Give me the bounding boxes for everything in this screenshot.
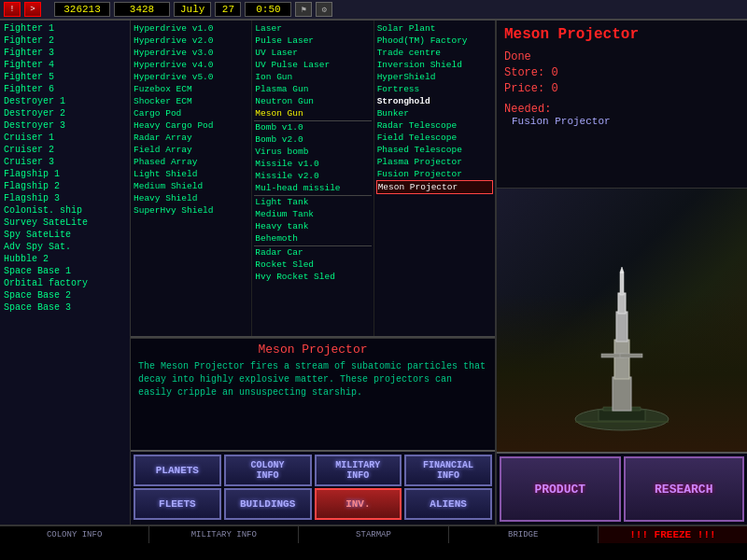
ship-item[interactable]: Flagship 2 [2,180,128,192]
statusbar-bridge[interactable]: BRIDGE [449,526,599,543]
svg-rect-7 [620,273,624,295]
equip-item[interactable]: Field Array [133,144,249,156]
equip-item[interactable]: Hyperdrive v1.0 [133,22,249,35]
equip-item[interactable]: Heavy tank [254,220,371,232]
equip-item[interactable]: Bomb v1.0 [254,120,371,133]
ship-item[interactable]: Fighter 1 [2,22,128,35]
ship-item[interactable]: Space Base 1 [2,265,128,277]
military-info-button[interactable]: MILITARYINFO [315,455,402,486]
equip-item[interactable]: Field Telescope [376,132,493,144]
equip-item[interactable]: Hvy Rocket Sled [254,271,371,283]
equip-item[interactable]: Light Shield [133,168,249,180]
meson-projector-image [566,265,678,433]
equip-item[interactable]: Neutron Gun [254,95,371,107]
equip-item[interactable]: Stronghold [376,95,493,107]
research-button[interactable]: RESEARCH [624,456,745,522]
equip-item[interactable]: Radar Car [254,245,371,259]
ship-item[interactable]: Cruiser 1 [2,132,128,144]
planets-button[interactable]: PLANETS [134,455,221,486]
equip-item[interactable]: Heavy Cargo Pod [133,119,249,132]
ship-item[interactable]: Flagship 1 [2,168,128,180]
equip-item[interactable]: Radar Telescope [376,119,493,132]
equip-item[interactable]: Behemoth [254,232,371,245]
ship-item[interactable]: Fighter 4 [2,59,128,71]
equip-item[interactable]: Inversion Shield [376,59,493,71]
ship-item[interactable]: Fighter 6 [2,83,128,95]
ship-item[interactable]: Survey SateLite [2,217,128,229]
equip-item[interactable]: Solar Plant [376,22,493,35]
equip-item[interactable]: Phased Array [133,156,249,168]
equip-item[interactable]: HyperShield [376,71,493,83]
equip-item[interactable]: Medium Tank [254,208,371,220]
equip-item[interactable]: Missile v1.0 [254,158,371,170]
product-button[interactable]: PRODUCT [500,456,621,522]
fleets-button[interactable]: FLEETS [134,488,221,520]
ship-item[interactable]: Colonist. ship [2,204,128,217]
equip-item[interactable]: Phased Telescope [376,144,493,156]
equip-item[interactable]: Plasma Gun [254,83,371,95]
ship-item[interactable]: Hubble 2 [2,253,128,265]
equip-item[interactable]: SuperHvy Shield [133,204,249,217]
inv-button[interactable]: INV. [315,488,402,520]
equip-item[interactable]: Hyperdrive v3.0 [133,47,249,59]
equip-item[interactable]: Hyperdrive v2.0 [133,35,249,47]
equip-item[interactable]: Shocker ECM [133,95,249,107]
equip-item[interactable]: Cargo Pod [133,107,249,119]
statusbar-military-info[interactable]: MILITARY INFO [149,526,299,543]
equip-item[interactable]: Bunker [376,107,493,119]
equip-item[interactable]: Plasma Projector [376,156,493,168]
statusbar-colony-info[interactable]: COLONY INFO [0,526,149,543]
equip-item[interactable]: Hyperdrive v5.0 [133,71,249,83]
equip-item[interactable]: Bomb v2.0 [254,133,371,146]
equip-item[interactable]: Laser [254,22,371,35]
equip-item[interactable]: Radar Array [133,132,249,144]
ship-item[interactable]: Destroyer 3 [2,119,128,132]
equip-item[interactable]: UV Laser [254,47,371,59]
ship-item[interactable]: Flagship 3 [2,192,128,204]
equip-item[interactable]: Light Tank [254,195,371,208]
ship-item[interactable]: Fighter 3 [2,47,128,59]
equip-item[interactable]: Trade centre [376,47,493,59]
equip-item[interactable]: Ion Gun [254,71,371,83]
svg-rect-10 [620,354,642,357]
equip-item[interactable]: Rocket Sled [254,259,371,271]
financial-info-button[interactable]: FINANCIALINFO [404,455,492,486]
buildings-button[interactable]: BUILDINGS [224,488,312,520]
equip-col-3: Solar Plant Phood(TM) Factory Trade cent… [374,21,495,336]
fleet-icon[interactable]: ⚑ [295,2,312,17]
aliens-button[interactable]: ALIENS [404,488,492,520]
statusbar-starmap[interactable]: STARMAP [299,526,448,543]
equip-item[interactable]: UV Pulse Laser [254,59,371,71]
ship-item[interactable]: Orbital factory [2,277,128,289]
svg-rect-4 [614,340,629,379]
ship-item[interactable]: Space Base 3 [2,301,128,314]
equipment-area: Hyperdrive v1.0 Hyperdrive v2.0 Hyperdri… [131,21,495,338]
equip-item[interactable]: Fusion Projector [376,168,493,180]
equip-item-meson-projector[interactable]: Meson Projector [376,180,493,194]
alert-btn[interactable]: ! [4,2,21,17]
ship-item[interactable]: Spy SateLite [2,229,128,241]
equip-item[interactable]: Heavy Shield [133,192,249,204]
ship-item[interactable]: Space Base 2 [2,289,128,301]
ship-item[interactable]: Cruiser 2 [2,144,128,156]
equip-item[interactable]: Medium Shield [133,180,249,192]
play-btn[interactable]: > [24,2,41,17]
equip-item[interactable]: Pulse Laser [254,35,371,47]
statusbar: COLONY INFO MILITARY INFO STARMAP BRIDGE… [0,525,747,543]
equip-item[interactable]: Phood(TM) Factory [376,35,493,47]
equip-item-meson-gun[interactable]: Meson Gun [254,107,371,119]
equip-item[interactable]: Virus bomb [254,146,371,158]
ship-item[interactable]: Cruiser 3 [2,156,128,168]
ship-item[interactable]: Destroyer 1 [2,95,128,107]
settings-icon[interactable]: ⚙ [316,2,332,17]
equip-item[interactable]: Fuzebox ECM [133,83,249,95]
colony-info-button[interactable]: COLONYINFO [224,455,312,486]
ship-item[interactable]: Fighter 5 [2,71,128,83]
ship-item[interactable]: Adv Spy Sat. [2,241,128,253]
equip-item[interactable]: Fortress [376,83,493,95]
equip-item[interactable]: Missile v2.0 [254,170,371,182]
ship-item[interactable]: Fighter 2 [2,35,128,47]
equip-item[interactable]: Hyperdrive v4.0 [133,59,249,71]
equip-item[interactable]: Mul-head missile [254,182,371,194]
ship-item[interactable]: Destroyer 2 [2,107,128,119]
